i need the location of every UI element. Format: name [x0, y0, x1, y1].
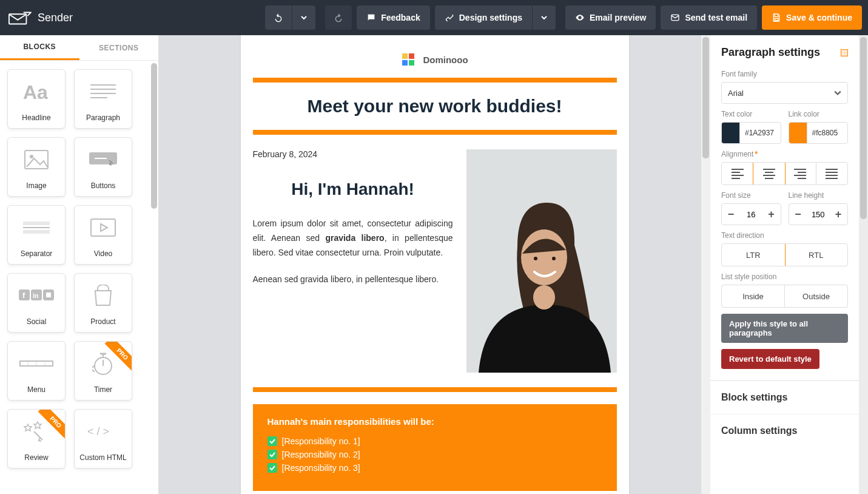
list-style-label: List style position — [721, 272, 848, 281]
block-label: Buttons — [91, 181, 116, 190]
list-inside[interactable]: Inside — [722, 285, 785, 307]
block-label: Image — [26, 181, 46, 190]
svg-rect-14 — [91, 219, 115, 236]
eye-icon — [575, 13, 585, 22]
align-right[interactable] — [785, 163, 816, 184]
email-canvas[interactable]: Dominooo Meet your new work buddies! Feb… — [241, 35, 629, 494]
buttons-icon — [89, 138, 118, 181]
profile-photo[interactable] — [466, 149, 617, 373]
email-date[interactable]: February 8, 2024 — [253, 149, 453, 159]
headline-icon: Aa — [21, 70, 52, 113]
paragraph-icon — [89, 70, 117, 113]
block-product[interactable]: Product — [74, 273, 132, 333]
intro-row: February 8, 2024 Hi, I'm Hannah! Lorem i… — [241, 135, 629, 379]
svg-rect-31 — [402, 60, 408, 66]
save-continue-button[interactable]: Save & continue — [762, 5, 862, 30]
email-title[interactable]: Meet your new work buddies! — [241, 83, 629, 130]
paragraph-1[interactable]: Lorem ipsum dolor sit amet, consectetur … — [253, 216, 453, 260]
block-buttons[interactable]: Buttons — [74, 137, 132, 197]
tab-sections[interactable]: SECTIONS — [79, 35, 159, 60]
align-left[interactable] — [722, 163, 753, 184]
topbar: Sender Feedback Design settings — [0, 0, 868, 35]
block-menu[interactable]: Menu — [7, 341, 66, 401]
email-preview-button[interactable]: Email preview — [565, 5, 656, 30]
left-sidebar: BLOCKS SECTIONS AaHeadlineParagraphImage… — [0, 35, 159, 494]
block-html[interactable]: < / >Custom HTML — [74, 409, 132, 469]
direction-ltr[interactable]: LTR — [721, 243, 786, 266]
image-icon — [24, 138, 49, 181]
block-image[interactable]: Image — [7, 137, 66, 197]
block-video[interactable]: Video — [74, 205, 132, 265]
paragraph-2[interactable]: Aenean sed gravida libero, in pellentesq… — [253, 272, 453, 286]
revert-button[interactable]: Revert to default style — [721, 349, 819, 369]
line-height-label: Line height — [789, 191, 849, 200]
svg-rect-13 — [23, 230, 50, 234]
align-justify[interactable] — [816, 163, 847, 184]
text-color-input[interactable]: #1A2937 — [721, 122, 781, 144]
font-family-select[interactable]: Arial — [721, 82, 848, 104]
text-color-label: Text color — [721, 110, 781, 118]
link-color-input[interactable]: #fc8805 — [789, 122, 849, 144]
tools-icon — [445, 13, 454, 22]
undo-icon — [274, 13, 283, 22]
block-timer[interactable]: TimerPRO — [74, 341, 132, 401]
line-height-stepper: − 150 + — [789, 203, 849, 225]
block-label: Paragraph — [86, 113, 120, 122]
design-settings-dropdown[interactable] — [532, 5, 556, 30]
font-size-decrement[interactable]: − — [722, 204, 740, 225]
line-height-increment[interactable]: + — [829, 204, 847, 225]
app-name: Sender — [38, 12, 73, 24]
block-review[interactable]: ReviewPRO — [7, 409, 66, 469]
font-size-increment[interactable]: + — [762, 204, 781, 225]
email-brand-header: Dominooo — [241, 35, 629, 78]
tab-blocks[interactable]: BLOCKS — [0, 35, 79, 60]
check-icon — [267, 463, 277, 473]
block-paragraph[interactable]: Paragraph — [74, 69, 132, 129]
paragraph-settings-header[interactable]: Paragraph settings — [710, 35, 859, 64]
design-settings-button[interactable]: Design settings — [435, 5, 532, 30]
block-social[interactable]: finSocial — [7, 273, 66, 333]
block-label: Product — [90, 317, 115, 326]
greeting[interactable]: Hi, I'm Hannah! — [253, 180, 453, 199]
svg-point-38 — [533, 285, 555, 310]
undo-dropdown-button[interactable] — [292, 5, 315, 30]
font-size-stepper: − 16 + — [721, 203, 781, 225]
list-outside[interactable]: Outside — [785, 285, 847, 307]
font-family-label: Font family — [721, 70, 848, 78]
apply-all-button[interactable]: Apply this style to all paragraphs — [721, 314, 848, 343]
html-icon: < / > — [87, 410, 119, 453]
responsibility-item: [Responsibility no. 3] — [267, 463, 602, 473]
line-height-value[interactable]: 150 — [807, 210, 830, 219]
redo-icon — [334, 13, 343, 22]
direction-rtl[interactable]: RTL — [785, 244, 848, 266]
font-size-label: Font size — [721, 191, 781, 200]
responsibility-item: [Responsibility no. 2] — [267, 450, 602, 459]
line-height-decrement[interactable]: − — [789, 204, 807, 225]
right-scrollbar[interactable] — [859, 35, 868, 494]
brand-name: Dominooo — [423, 55, 468, 65]
separator-icon — [22, 206, 51, 249]
undo-button[interactable] — [265, 5, 292, 30]
social-icon: fin — [18, 274, 55, 317]
align-center[interactable] — [753, 162, 785, 185]
save-icon — [772, 13, 781, 22]
alignment-segmented — [721, 162, 848, 185]
send-test-button[interactable]: Send test email — [661, 5, 757, 30]
svg-point-36 — [534, 257, 537, 260]
canvas-scrollbar[interactable] — [701, 35, 710, 494]
responsibilities-block[interactable]: Hannah's main responsibilities will be: … — [253, 404, 617, 491]
redo-button[interactable] — [325, 5, 352, 30]
block-settings-header[interactable]: Block settings — [710, 381, 859, 414]
svg-point-8 — [30, 155, 33, 158]
app-logo[interactable]: Sender — [6, 10, 73, 25]
block-separator[interactable]: Separator — [7, 205, 66, 265]
svg-text:< / >: < / > — [87, 425, 109, 438]
feedback-button[interactable]: Feedback — [357, 5, 430, 30]
column-settings-header[interactable]: Column settings — [710, 414, 859, 447]
svg-text:Aa: Aa — [23, 81, 48, 103]
check-icon — [267, 436, 277, 446]
divider-bar — [253, 78, 617, 83]
font-size-value[interactable]: 16 — [740, 210, 762, 219]
block-label: Separator — [21, 249, 53, 258]
block-headline[interactable]: AaHeadline — [7, 69, 66, 129]
